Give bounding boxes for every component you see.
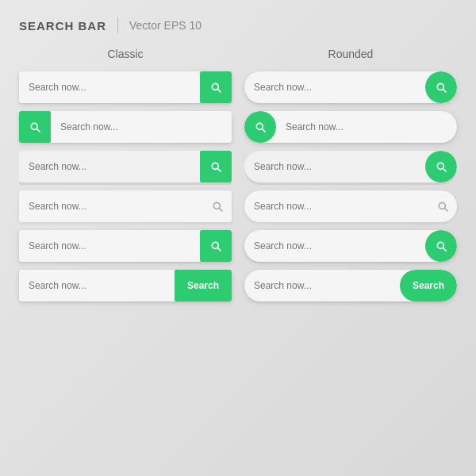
rounded-input-6[interactable] [244,280,400,291]
classic-search-button-1[interactable] [200,71,232,103]
classic-bar-2 [19,111,232,143]
classic-bar-3 [19,151,232,182]
search-icon [209,160,222,173]
search-icon [435,240,447,252]
classic-input-6[interactable] [19,280,175,291]
rounded-bar-3 [244,151,457,182]
rounded-search-button-6[interactable]: Search [400,270,457,301]
search-icon [211,200,224,213]
classic-search-button-6[interactable]: Search [175,270,232,301]
classic-search-button-4[interactable] [203,192,232,221]
search-icon [436,200,449,213]
rounded-search-button-1[interactable] [425,71,457,103]
rounded-bar-4 [244,190,457,222]
rounded-bar-5 [244,230,457,262]
rounded-input-4[interactable] [244,201,428,212]
classic-input-3[interactable] [19,161,200,172]
page-subtitle: Vector EPS 10 [129,19,202,32]
classic-search-button-5[interactable] [200,230,232,262]
rounded-input-3[interactable] [244,161,425,172]
classic-input-4[interactable] [19,201,203,212]
classic-bar-6: Search [19,270,232,301]
classic-column: Classic [19,48,232,301]
rounded-bar-2 [244,111,457,143]
search-icon [254,121,267,133]
header-divider [117,17,118,33]
rounded-search-button-4[interactable] [428,192,457,221]
classic-bar-4 [19,190,232,222]
search-icon [435,81,447,94]
rounded-input-1[interactable] [244,82,425,93]
classic-column-title: Classic [107,48,143,60]
classic-bar-1 [19,71,232,103]
rounded-column-title: Rounded [328,48,374,60]
classic-input-2[interactable] [51,121,232,132]
classic-search-button-2[interactable] [19,111,51,143]
rounded-input-2[interactable] [276,121,457,132]
rounded-bar-1 [244,71,457,103]
classic-bar-5 [19,230,232,262]
classic-input-1[interactable] [19,82,200,93]
rounded-column: Rounded [244,48,457,301]
rounded-search-button-2[interactable] [244,111,276,143]
rounded-input-5[interactable] [244,240,425,251]
search-icon [435,160,447,173]
page-header: SEARCH BAR Vector EPS 10 [19,17,457,33]
classic-search-button-3[interactable] [200,151,232,182]
rounded-search-button-5[interactable] [425,230,457,262]
classic-input-5[interactable] [19,240,200,251]
rounded-search-button-3[interactable] [425,151,457,182]
rounded-bar-6: Search [244,270,457,301]
columns-container: Classic [19,48,457,301]
search-icon [209,81,222,94]
page-title: SEARCH BAR [19,19,106,33]
search-icon [209,240,222,252]
search-icon [29,121,41,133]
